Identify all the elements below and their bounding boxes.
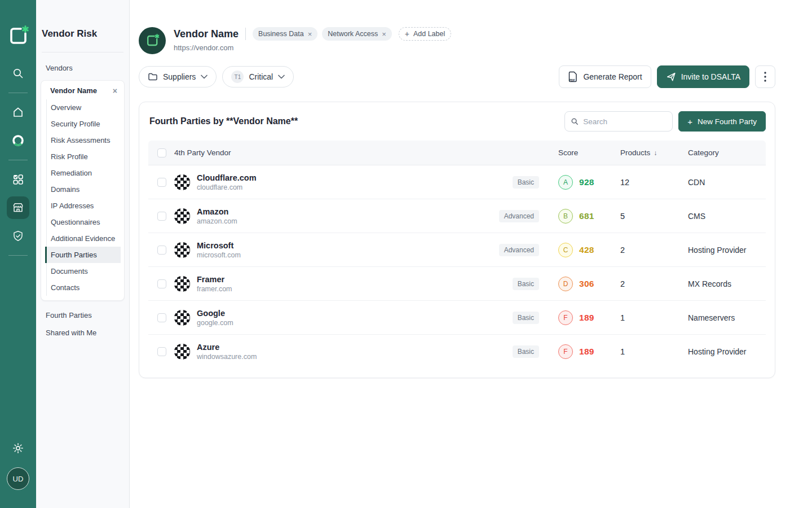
sidebar-subitem-remediation[interactable]: Remediation <box>47 165 121 181</box>
rail-divider <box>8 255 28 256</box>
table-row[interactable]: Azure windowsazure.com Basic F 189 1 Hos… <box>148 335 766 369</box>
table-row[interactable]: Framer framer.com Basic D 306 2 MX Recor… <box>148 267 766 301</box>
search-box <box>564 111 673 132</box>
row-checkbox[interactable] <box>157 212 166 221</box>
sidebar-subitem-fourth-parties[interactable]: Fourth Parties <box>45 247 121 263</box>
table-header: 4th Party Vendor Score Products ↓ Catego… <box>148 141 766 165</box>
search-icon[interactable] <box>7 62 29 85</box>
label-text: Network Access <box>328 30 378 38</box>
category-value: Hosting Provider <box>676 246 766 255</box>
search-input[interactable] <box>583 117 667 126</box>
sidebar-subitem-documents[interactable]: Documents <box>47 263 121 279</box>
select-all-checkbox[interactable] <box>157 148 166 157</box>
table-row[interactable]: Microsoft microsoft.com Advanced C 428 2… <box>148 233 766 267</box>
vendor-label-pill[interactable]: Business Data× <box>253 27 317 41</box>
score-value: 306 <box>579 279 594 289</box>
vendor-logo-avatar <box>174 276 190 292</box>
sidebar-item-vendors[interactable]: Vendors <box>36 59 129 77</box>
sidebar-subitem-additional-evidence[interactable]: Additional Evidence <box>47 230 121 247</box>
sidebar-item-shared-with-me[interactable]: Shared with Me <box>36 324 129 341</box>
header-divider <box>245 28 246 40</box>
shield-check-icon[interactable] <box>7 225 29 247</box>
row-checkbox[interactable] <box>157 279 166 288</box>
vendor-domain: cloudflare.com <box>197 183 483 191</box>
remove-label-icon[interactable]: × <box>382 30 386 38</box>
home-icon[interactable] <box>7 101 29 124</box>
progress-ring-icon[interactable] <box>7 129 29 152</box>
plus-icon: + <box>687 117 692 126</box>
sidebar-subitem-security-profile[interactable]: Security Profile <box>47 116 121 132</box>
column-header-vendor[interactable]: 4th Party Vendor <box>174 148 483 157</box>
add-label-button[interactable]: + Add Label <box>399 27 452 41</box>
score-value: 189 <box>579 347 594 357</box>
products-value: 1 <box>614 347 676 356</box>
page-title: Vendor Name <box>174 28 239 40</box>
vendor-avatar <box>139 27 166 54</box>
search-icon <box>571 117 579 126</box>
label-text: Business Data <box>258 30 304 38</box>
score-value: 428 <box>579 245 594 255</box>
sidebar-item-fourth-parties[interactable]: Fourth Parties <box>36 306 129 324</box>
vendor-risk-sidebar: Vendor Risk Vendors Vendor Name × Overvi… <box>36 0 130 508</box>
tier-badge: T1 <box>231 71 244 83</box>
vendor-domain: amazon.com <box>197 217 483 225</box>
send-icon <box>666 72 676 82</box>
column-header-score[interactable]: Score <box>550 148 614 157</box>
tier-badge: Advanced <box>499 244 539 256</box>
table-row[interactable]: Amazon amazon.com Advanced B 681 5 CMS <box>148 199 766 233</box>
score-value: 681 <box>579 211 594 221</box>
vendor-name: Azure <box>197 343 483 352</box>
apps-grid-icon[interactable] <box>7 168 29 191</box>
tier-badge: Basic <box>513 312 539 324</box>
kebab-menu-icon <box>764 72 766 82</box>
sort-desc-icon: ↓ <box>654 149 657 157</box>
vendor-label-pill[interactable]: Network Access× <box>322 27 392 41</box>
row-checkbox[interactable] <box>157 246 166 255</box>
table-row[interactable]: Google google.com Basic F 189 1 Nameserv… <box>148 301 766 335</box>
row-checkbox[interactable] <box>157 347 166 356</box>
invite-to-dsalta-button[interactable]: Invite to DSALTA <box>657 65 749 88</box>
new-fourth-party-button[interactable]: + New Fourth Party <box>678 111 766 132</box>
sidebar-subitem-overview[interactable]: Overview <box>47 99 121 116</box>
user-avatar[interactable]: UD <box>7 467 29 490</box>
tier-badge: Advanced <box>499 210 539 222</box>
plus-icon: + <box>405 29 409 38</box>
vendor-name: Google <box>197 309 483 318</box>
vendor-name: Framer <box>197 275 483 284</box>
table-row[interactable]: Cloudflare.com cloudflare.com Basic A 92… <box>148 165 766 199</box>
sidebar-subitem-risk-profile[interactable]: Risk Profile <box>47 148 121 165</box>
sidebar-subitem-domains[interactable]: Domains <box>47 181 121 198</box>
app-rail: UD <box>0 0 36 508</box>
row-checkbox[interactable] <box>157 313 166 322</box>
score-value: 189 <box>579 313 594 323</box>
sidebar-subitem-risk-assessments[interactable]: Risk Assessments <box>47 132 121 148</box>
column-header-products[interactable]: Products ↓ <box>614 148 676 157</box>
column-header-category[interactable]: Category <box>676 148 766 157</box>
category-value: CDN <box>676 178 766 187</box>
fourth-parties-card: Fourth Parties by **Vendor Name** + New … <box>139 102 775 378</box>
sidebar-subitem-questionnaires[interactable]: Questionnaires <box>47 214 121 230</box>
vendor-logo-avatar <box>174 242 190 258</box>
marketplace-icon[interactable] <box>7 196 29 219</box>
card-title: Fourth Parties by **Vendor Name** <box>148 116 298 126</box>
sidebar-subitem-ip-addresses[interactable]: IP Addresses <box>47 198 121 214</box>
row-checkbox[interactable] <box>157 178 166 187</box>
more-options-button[interactable] <box>755 65 775 88</box>
svg-text:PDF: PDF <box>569 78 575 82</box>
vendor-name: Cloudflare.com <box>197 173 483 182</box>
generate-report-button[interactable]: PDF Generate Report <box>559 65 651 88</box>
tier-dropdown[interactable]: T1 Critical <box>222 66 294 87</box>
vendor-domain: microsoft.com <box>197 251 483 259</box>
sidebar-subitem-contacts[interactable]: Contacts <box>47 279 121 296</box>
remove-label-icon[interactable]: × <box>308 30 312 38</box>
settings-gear-icon[interactable] <box>7 437 29 459</box>
score-value: 928 <box>579 177 594 187</box>
vendor-logo-avatar <box>174 174 190 190</box>
tier-badge: Basic <box>513 345 539 358</box>
suppliers-dropdown[interactable]: Suppliers <box>139 66 217 87</box>
grade-badge: C <box>558 243 573 257</box>
close-icon[interactable]: × <box>113 87 117 95</box>
vendor-domain: framer.com <box>197 285 483 293</box>
vendor-group-title: Vendor Name <box>50 86 97 95</box>
toolbar: Suppliers T1 Critical PDF Generate Repor… <box>130 54 812 88</box>
